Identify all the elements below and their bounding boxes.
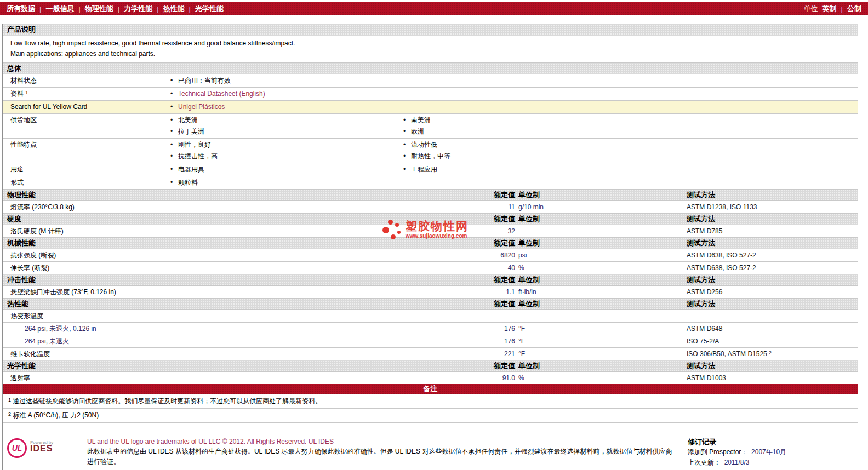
nav-separator: | bbox=[841, 5, 843, 13]
row-value: 刚性，良好 bbox=[178, 139, 211, 151]
col-header-unit: 单位制 bbox=[515, 299, 687, 309]
bullet-icon: • bbox=[399, 139, 411, 151]
bullet-icon: • bbox=[166, 114, 178, 126]
nav-optical[interactable]: 光学性能 bbox=[195, 4, 224, 14]
row-value: 流动性低 bbox=[411, 139, 437, 151]
nav-separator: | bbox=[189, 5, 191, 13]
row-value: 欧洲 bbox=[411, 126, 424, 137]
footnote-number: 2 bbox=[8, 411, 11, 417]
bullet-icon: • bbox=[166, 164, 178, 175]
bullet-icon: • bbox=[399, 114, 411, 126]
bullet-icon: • bbox=[399, 164, 411, 175]
property-row-rockwell: 洛氏硬度 (M 计秤) 32 ASTM D785 bbox=[3, 225, 858, 237]
col-header-method: 测试方法 bbox=[687, 238, 858, 249]
general-row-availability: 供货地区 •北美洲 •拉丁美洲 •南美洲 •欧洲 bbox=[3, 113, 858, 138]
property-row-transmittance: 透射率 91.0 % ASTM D1003 bbox=[3, 371, 858, 384]
row-label: 形式 bbox=[3, 177, 166, 188]
col-header-method: 测试方法 bbox=[687, 360, 858, 371]
col-header-value: 额定值 bbox=[449, 214, 515, 225]
updated-value: 2011/8/3 bbox=[724, 458, 750, 466]
technical-datasheet-link[interactable]: Technical Datasheet (English) bbox=[178, 88, 265, 100]
footer-gap bbox=[3, 422, 858, 432]
nav-separator: | bbox=[157, 5, 158, 13]
footnote-number: 1 bbox=[8, 397, 11, 403]
footnote-ref-2: 2 bbox=[769, 350, 772, 356]
bullet-icon: • bbox=[166, 177, 178, 188]
row-value: 抗撞击性，高 bbox=[178, 151, 218, 162]
col-header-method: 测试方法 bbox=[687, 190, 858, 200]
general-row-yellow-card: Search for UL Yellow Card •Unigel Plásti… bbox=[3, 100, 858, 113]
section-header-general: 总体 bbox=[3, 62, 858, 74]
bullet-icon: • bbox=[166, 151, 178, 162]
row-label: Search for UL Yellow Card bbox=[3, 101, 166, 113]
section-header-physical: 物理性能 额定值 单位制 测试方法 bbox=[3, 189, 858, 200]
description-line: Low flow rate, high impact resistence, g… bbox=[10, 38, 858, 49]
bullet-icon: • bbox=[166, 75, 178, 87]
ul-ides-logo: UL Powered by IDES bbox=[7, 437, 87, 468]
col-header-unit: 单位制 bbox=[515, 238, 687, 249]
revision-title: 修订记录 bbox=[688, 437, 852, 447]
row-label: 材料状态 bbox=[3, 75, 166, 87]
row-value: 南美洲 bbox=[411, 114, 431, 126]
general-row-features: 性能特点 •刚性，良好 •抗撞击性，高 •流动性低 •耐热性，中等 bbox=[3, 138, 858, 163]
row-value: 北美洲 bbox=[178, 114, 198, 126]
bullet-icon: • bbox=[166, 139, 178, 151]
supplier-link[interactable]: Unigel Plásticos bbox=[178, 101, 225, 113]
ides-logo-text: IDES bbox=[30, 444, 53, 453]
nav-thermal[interactable]: 热性能 bbox=[163, 4, 185, 14]
datasheet-table: 产品说明 Low flow rate, high impact resisten… bbox=[2, 24, 858, 470]
col-header-unit: 单位制 bbox=[515, 214, 687, 225]
col-header-value: 额定值 bbox=[449, 360, 515, 371]
nav-separator: | bbox=[78, 5, 80, 13]
ul-ides-link[interactable]: UL IDES bbox=[309, 438, 334, 445]
nav-content-gap bbox=[0, 15, 868, 24]
col-header-value: 额定值 bbox=[449, 238, 515, 249]
general-row-form: 形式 •颗粒料 bbox=[3, 176, 858, 189]
property-row-melt-flow: 熔流率 (230°C/3.8 kg) 11 g/10 min ASTM D123… bbox=[3, 200, 858, 213]
row-label: 性能特点 bbox=[3, 139, 166, 162]
nav-all-data: 所有数据 bbox=[7, 4, 35, 14]
col-header-method: 测试方法 bbox=[687, 274, 858, 285]
col-header-unit: 单位制 bbox=[515, 360, 687, 371]
trademark-line: UL and the UL logo are trademarks of UL … bbox=[87, 437, 678, 446]
product-description: Low flow rate, high impact resistence, g… bbox=[3, 36, 858, 62]
col-header-value: 额定值 bbox=[449, 190, 515, 200]
property-row-tensile-strength: 抗张强度 (断裂) 6820 psi ASTM D638, ISO 527-2 bbox=[3, 249, 858, 261]
nav-general-info[interactable]: 一般信息 bbox=[45, 4, 74, 14]
property-row-izod-impact: 悬壁梁缺口冲击强度 (73°F, 0.126 in) 1.1 ft·lb/in … bbox=[3, 285, 858, 298]
row-value: 已商用：当前有效 bbox=[178, 75, 231, 87]
row-value: 拉丁美洲 bbox=[178, 126, 204, 137]
nav-mechanical[interactable]: 力学性能 bbox=[124, 4, 152, 14]
footer: UL Powered by IDES UL and the UL logo ar… bbox=[3, 432, 858, 470]
updated-label: 上次更新： bbox=[688, 458, 721, 466]
bullet-icon: • bbox=[166, 126, 178, 137]
nav-physical[interactable]: 物理性能 bbox=[85, 4, 113, 14]
footnote-ref-1: 1 bbox=[25, 90, 28, 95]
row-value: 工程应用 bbox=[411, 164, 437, 175]
revision-record: 修订记录 添加到 Prospector： 2007年10月 上次更新： 2011… bbox=[688, 437, 852, 468]
units-label: 单位 bbox=[804, 4, 818, 14]
footnote-2: 2 标准 A (50°C/h), 压 力2 (50N) bbox=[3, 408, 858, 422]
col-header-method: 测试方法 bbox=[687, 299, 858, 309]
nav-separator: | bbox=[39, 5, 41, 13]
section-header-product-description: 产品说明 bbox=[3, 24, 858, 36]
nav-separator: | bbox=[118, 5, 119, 13]
bullet-icon: • bbox=[166, 101, 178, 113]
property-row-elongation: 伸长率 (断裂) 40 % ASTM D638, ISO 527-2 bbox=[3, 261, 858, 274]
bullet-icon: • bbox=[399, 151, 411, 162]
section-header-thermal: 热性能 额定值 单位制 测试方法 bbox=[3, 298, 858, 309]
row-label: 用途 bbox=[3, 164, 166, 175]
col-header-value: 额定值 bbox=[449, 274, 515, 285]
row-label: 资料 1 bbox=[3, 88, 166, 100]
notes-banner: 备注 bbox=[3, 384, 858, 394]
description-line: Main applications: appliances and techni… bbox=[10, 49, 858, 59]
bullet-icon: • bbox=[166, 88, 178, 100]
unit-metric-link[interactable]: 公制 bbox=[847, 4, 861, 14]
ul-logo-icon: UL bbox=[7, 438, 27, 458]
section-header-impact: 冲击性能 额定值 单位制 测试方法 bbox=[3, 274, 858, 285]
property-row-vicat: 维卡软化温度 221 °F ISO 306/B50, ASTM D1525 2 bbox=[3, 347, 858, 360]
col-header-value: 额定值 bbox=[449, 299, 515, 309]
col-header-method: 测试方法 bbox=[687, 214, 858, 225]
disclaimer-text: 此数据表中的信息由 UL IDES 从该材料的生产商处获得。UL IDES 尽最… bbox=[87, 446, 678, 467]
footnote-1: 1 通过这些链接您能够访问供应商资料。我们尽量保证及时更新资料；不过您可以从供应… bbox=[3, 394, 858, 408]
